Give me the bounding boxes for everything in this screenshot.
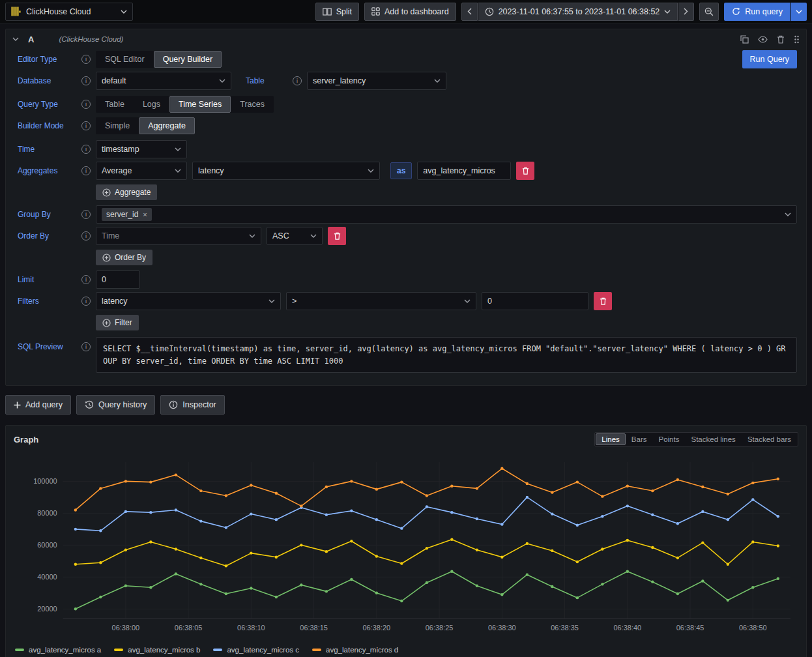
query-ref-id[interactable]: A [28, 35, 34, 44]
remove-query-trash-icon[interactable] [777, 35, 785, 44]
latency-time-series-chart[interactable]: 06:38:0006:38:0506:38:1006:38:1506:38:20… [12, 453, 800, 643]
svg-text:06:38:30: 06:38:30 [488, 624, 516, 632]
plus-icon [14, 402, 21, 409]
info-icon[interactable]: i [293, 76, 302, 85]
info-icon[interactable]: i [81, 100, 91, 109]
query-type-table[interactable]: Table [96, 96, 134, 113]
run-query-panel-button[interactable]: Run Query [742, 50, 797, 68]
info-icon[interactable]: i [81, 231, 91, 241]
group-by-tag[interactable]: server_id × [102, 208, 152, 221]
info-icon[interactable]: i [81, 342, 91, 351]
query-type-traces[interactable]: Traces [231, 96, 274, 113]
order-by-field-select[interactable]: Time [96, 227, 261, 245]
inspector-button[interactable]: Inspector [160, 395, 224, 415]
remove-tag-icon[interactable]: × [143, 211, 147, 218]
table-select[interactable]: server_latency [307, 72, 446, 90]
add-query-button[interactable]: Add query [5, 395, 71, 415]
graph-mode-stacked-bars[interactable]: Stacked bars [742, 433, 797, 445]
run-query-caret[interactable] [791, 3, 807, 21]
time-shift-back-button[interactable] [461, 3, 478, 21]
database-select[interactable]: default [96, 72, 231, 90]
filter-value-input[interactable] [482, 292, 588, 310]
query-type-logs[interactable]: Logs [134, 96, 169, 113]
collapse-chevron-icon[interactable] [12, 37, 19, 41]
graph-mode-points[interactable]: Points [653, 433, 686, 445]
time-shift-forward-button[interactable] [678, 3, 694, 21]
legend-color-swatch [213, 649, 222, 651]
filter-field-select[interactable]: latency [96, 292, 281, 310]
graph-panel-title: Graph [14, 435, 38, 445]
circle-plus-icon [102, 319, 111, 327]
legend-label: avg_latency_micros c [227, 646, 299, 654]
legend-color-swatch [312, 649, 321, 651]
add-aggregate-button[interactable]: Aggregate [96, 184, 157, 200]
builder-mode-aggregate[interactable]: Aggregate [139, 117, 195, 134]
info-icon[interactable]: i [81, 76, 91, 85]
filter-operator-select[interactable]: > [286, 292, 476, 310]
svg-text:06:38:35: 06:38:35 [551, 624, 579, 632]
datasource-picker[interactable]: ClickHouse Cloud [5, 3, 133, 21]
info-icon[interactable]: i [81, 121, 91, 130]
split-button[interactable]: Split [315, 3, 359, 21]
time-range-button[interactable]: 2023-11-01 06:37:55 to 2023-11-01 06:38:… [478, 3, 678, 21]
add-to-dashboard-button[interactable]: Add to dashboard [364, 3, 456, 21]
legend-item[interactable]: avg_latency_micros d [312, 646, 398, 654]
svg-text:80000: 80000 [37, 510, 57, 518]
chevron-down-icon [464, 299, 471, 303]
remove-order-by-button[interactable] [328, 227, 346, 245]
info-icon[interactable]: i [81, 210, 91, 219]
aggregate-alias-input[interactable] [417, 162, 511, 180]
database-label: Databasei [18, 76, 91, 85]
aggregate-function-select[interactable]: Average [96, 162, 187, 180]
chevron-down-icon [310, 234, 317, 238]
datasource-hint: (ClickHouse Cloud) [59, 35, 123, 43]
chevron-down-icon [368, 169, 374, 173]
chevron-down-icon [664, 10, 671, 14]
limit-input[interactable] [96, 270, 140, 289]
query-type-time-series[interactable]: Time Series [169, 96, 231, 113]
add-to-dashboard-label: Add to dashboard [384, 7, 449, 16]
query-type-toggle: Table Logs Time Series Traces [96, 96, 274, 113]
run-query-button[interactable]: Run query [724, 3, 790, 21]
remove-aggregate-button[interactable] [516, 162, 534, 180]
info-icon[interactable]: i [81, 145, 91, 154]
svg-text:06:38:40: 06:38:40 [614, 624, 642, 632]
add-order-by-button[interactable]: Order By [96, 250, 152, 265]
legend-item[interactable]: avg_latency_micros a [15, 646, 101, 654]
graph-mode-bars[interactable]: Bars [626, 433, 653, 445]
graph-mode-lines[interactable]: Lines [596, 433, 626, 445]
circle-plus-icon [102, 188, 111, 197]
graph-mode-stacked-lines[interactable]: Stacked lines [685, 433, 741, 445]
info-icon[interactable]: i [81, 275, 91, 284]
sql-preview-text: SELECT $__timeInterval(timestamp) as tim… [96, 337, 797, 373]
editor-type-toggle: SQL Editor Query Builder [96, 51, 222, 68]
time-column-select[interactable]: timestamp [96, 140, 187, 158]
legend-label: avg_latency_micros a [29, 646, 101, 654]
builder-mode-simple[interactable]: Simple [96, 117, 139, 134]
legend-item[interactable]: avg_latency_micros c [213, 646, 299, 654]
query-builder-option[interactable]: Query Builder [154, 51, 222, 68]
zoom-out-button[interactable] [699, 3, 719, 21]
hide-response-eye-icon[interactable] [758, 36, 768, 43]
sql-editor-option[interactable]: SQL Editor [96, 51, 154, 68]
info-icon[interactable]: i [81, 297, 91, 306]
info-icon[interactable]: i [81, 166, 91, 175]
aggregate-column-select[interactable]: latency [192, 162, 380, 180]
add-filter-button[interactable]: Filter [96, 315, 139, 330]
duplicate-query-icon[interactable] [740, 35, 749, 44]
legend-item[interactable]: avg_latency_micros b [114, 646, 200, 654]
remove-filter-button[interactable] [594, 292, 612, 310]
circle-plus-icon [102, 254, 111, 262]
clickhouse-logo-icon [11, 7, 21, 16]
chevron-down-icon [121, 10, 127, 14]
order-by-direction-select[interactable]: ASC [267, 227, 323, 245]
drag-handle-grip-icon[interactable] [794, 35, 800, 44]
query-history-button[interactable]: Query history [76, 395, 155, 415]
svg-text:06:38:05: 06:38:05 [175, 624, 203, 632]
sync-icon [732, 7, 740, 16]
svg-text:20000: 20000 [37, 605, 57, 613]
info-icon[interactable]: i [81, 55, 91, 64]
time-label: Timei [18, 145, 91, 154]
group-by-select[interactable]: server_id × [96, 205, 797, 224]
query-editor-panel: A (ClickHouse Cloud) Editor Typei SQL Ed [5, 29, 807, 386]
